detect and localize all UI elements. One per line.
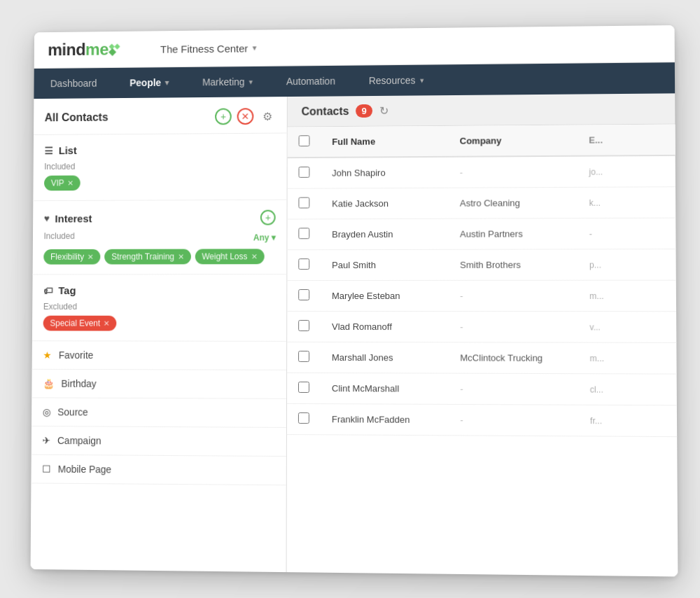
refresh-button[interactable]: ↻ — [379, 104, 388, 117]
org-chevron-icon: ▾ — [252, 43, 256, 53]
add-filter-button[interactable]: + — [215, 108, 232, 125]
table-row[interactable]: Clint McMarshall - cl... — [287, 373, 677, 405]
row-checkbox-cell — [287, 249, 321, 280]
org-selector[interactable]: The Fitness Center ▾ — [160, 41, 256, 54]
tag-flexibility-remove[interactable]: ✕ — [88, 252, 94, 261]
logo[interactable]: mindme — [48, 39, 119, 59]
nav-item-automation[interactable]: Automation — [270, 65, 352, 97]
add-interest-button[interactable]: + — [260, 209, 276, 225]
tag-filter-title: 🏷 Tag — [43, 284, 76, 296]
list-filter-section: ☰ List Included VIP ✕ — [33, 133, 286, 201]
main-layout: All Contacts + ✕ ⚙ ☰ List Included — [31, 93, 678, 576]
tag-special-event-label: Special Event — [50, 318, 100, 328]
favorite-filter[interactable]: ★ Favorite — [32, 341, 287, 370]
tag-weightloss-remove[interactable]: ✕ — [251, 251, 257, 260]
row-company: Astro Cleaning — [449, 187, 578, 218]
interest-any-button[interactable]: Any ▾ — [253, 232, 276, 242]
row-checkbox-0[interactable] — [298, 166, 309, 177]
tag-tags: Special Event ✕ — [43, 315, 276, 331]
contacts-header: Contacts 9 ↻ — [288, 93, 676, 127]
nav-item-people[interactable]: People ▾ — [113, 67, 186, 97]
sidebar-title: All Contacts — [45, 111, 108, 123]
favorite-icon: ★ — [43, 349, 52, 361]
row-full-name: Vlad Romanoff — [321, 311, 449, 342]
campaign-filter[interactable]: ✈ Campaign — [31, 426, 286, 457]
tag-filter-header: 🏷 Tag — [43, 284, 275, 296]
table-row[interactable]: Brayden Austin Austin Partners - — [287, 218, 676, 250]
row-company: - — [449, 280, 578, 311]
row-checkbox-6[interactable] — [298, 350, 309, 361]
row-checkbox-cell — [287, 342, 321, 373]
row-company: Smith Brothers — [449, 249, 578, 279]
row-checkbox-1[interactable] — [298, 197, 309, 208]
sidebar-actions: + ✕ ⚙ — [215, 107, 276, 124]
row-full-name: Marylee Esteban — [321, 280, 449, 311]
birthday-icon: 🎂 — [43, 377, 55, 389]
select-all-checkbox[interactable] — [299, 135, 310, 146]
nav-item-marketing[interactable]: Marketing ▾ — [186, 66, 270, 97]
campaign-label: Campaign — [57, 435, 102, 446]
list-filter-header: ☰ List — [44, 143, 276, 156]
source-label: Source — [57, 406, 88, 417]
interest-filter-section: ♥ Interest + Included Any ▾ Flexibility … — [33, 200, 287, 274]
list-tags: VIP ✕ — [44, 174, 276, 190]
contacts-table-body: John Shapiro - jo... Katie Jackson Astro… — [287, 155, 677, 436]
tag-strength[interactable]: Strength Training ✕ — [104, 249, 190, 264]
row-email: jo... — [578, 155, 676, 187]
contacts-table-container: Full Name Company E... John Shapiro - jo… — [287, 124, 678, 576]
row-checkbox-cell — [287, 311, 321, 342]
table-row[interactable]: Marylee Esteban - m... — [287, 280, 676, 312]
tag-flexibility[interactable]: Flexibility ✕ — [43, 249, 100, 264]
header-full-name: Full Name — [321, 125, 448, 157]
logo-gems — [110, 44, 120, 55]
row-checkbox-2[interactable] — [298, 228, 309, 239]
clear-filter-button[interactable]: ✕ — [237, 108, 254, 125]
row-checkbox-cell — [287, 280, 321, 311]
row-full-name: John Shapiro — [321, 156, 449, 188]
marketing-chevron-icon: ▾ — [248, 77, 253, 86]
nav-item-resources[interactable]: Resources ▾ — [352, 64, 441, 96]
row-checkbox-8[interactable] — [298, 412, 309, 424]
table-row[interactable]: John Shapiro - jo... — [288, 155, 676, 188]
table-row[interactable]: Franklin McFadden - fr... — [287, 403, 677, 436]
mobile-page-label: Mobile Page — [58, 463, 111, 474]
table-row[interactable]: Marshall Jones McClintock Trucking m... — [287, 342, 677, 374]
nav-item-dashboard[interactable]: Dashboard — [34, 67, 113, 98]
mobile-page-filter[interactable]: ☐ Mobile Page — [31, 454, 286, 485]
row-checkbox-4[interactable] — [298, 289, 309, 300]
row-email: cl... — [578, 373, 677, 405]
row-checkbox-5[interactable] — [298, 319, 309, 331]
nav-bar: Dashboard People ▾ Marketing ▾ Automatio… — [34, 62, 675, 99]
tag-strength-remove[interactable]: ✕ — [178, 252, 184, 261]
birthday-filter[interactable]: 🎂 Birthday — [31, 369, 286, 398]
source-filter[interactable]: ◎ Source — [31, 398, 286, 428]
header-email: E... — [578, 124, 676, 155]
row-checkbox-cell — [287, 403, 321, 434]
table-row[interactable]: Katie Jackson Astro Cleaning k... — [288, 186, 676, 218]
contacts-title: Contacts — [302, 104, 349, 117]
heart-icon: ♥ — [44, 212, 50, 223]
tag-flexibility-label: Flexibility — [50, 251, 84, 261]
mobile-page-icon: ☐ — [42, 463, 51, 474]
logo-me: me — [85, 39, 108, 58]
tag-vip[interactable]: VIP ✕ — [44, 175, 80, 190]
tag-special-event[interactable]: Special Event ✕ — [43, 315, 117, 331]
row-checkbox-7[interactable] — [298, 381, 309, 392]
tag-weightloss-label: Weight Loss — [202, 251, 247, 261]
row-company: - — [449, 155, 578, 188]
table-row[interactable]: Vlad Romanoff - v... — [287, 311, 676, 342]
row-email: - — [578, 218, 676, 249]
tag-vip-remove[interactable]: ✕ — [67, 178, 74, 187]
row-full-name: Brayden Austin — [321, 218, 449, 249]
tag-weightloss[interactable]: Weight Loss ✕ — [195, 249, 265, 264]
header-checkbox — [288, 127, 321, 158]
tag-special-event-remove[interactable]: ✕ — [104, 319, 110, 328]
logo-mind: mind — [48, 40, 85, 59]
filter-settings-button[interactable]: ⚙ — [259, 107, 276, 124]
row-company: McClintock Trucking — [449, 342, 578, 373]
list-icon: ☰ — [44, 145, 53, 156]
row-checkbox-3[interactable] — [298, 258, 309, 270]
favorite-label: Favorite — [59, 349, 94, 361]
table-row[interactable]: Paul Smith Smith Brothers p... — [287, 249, 676, 280]
header-company: Company — [449, 125, 578, 156]
